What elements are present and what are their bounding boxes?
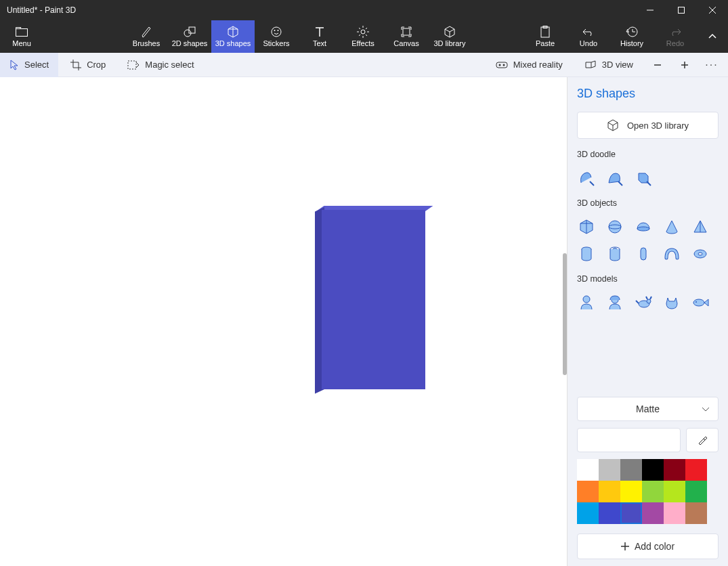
minimize-button[interactable] [635,0,666,20]
color-swatch[interactable] [685,502,707,524]
color-swatch[interactable] [620,459,642,481]
color-swatch[interactable] [642,502,664,524]
library3d-icon [444,26,456,38]
color-swatch[interactable] [599,459,620,481]
main-area: 3D shapes Open 3D library 3D doodle 3D o… [0,77,728,566]
model-fish[interactable] [691,293,710,312]
ribbon-brushes[interactable]: Brushes [125,20,168,53]
open-3d-library-button[interactable]: Open 3D library [577,112,719,139]
mixed-reality-icon [496,60,508,70]
object-shapes [577,217,719,263]
object-curved[interactable] [662,244,681,263]
model-woman[interactable] [605,293,624,312]
model-man[interactable] [577,293,596,312]
current-color-preview[interactable] [577,428,681,452]
svg-rect-1 [679,7,685,14]
svg-rect-26 [128,61,136,69]
color-swatch[interactable] [685,481,707,502]
ribbon-3d-library[interactable]: 3D library [428,20,471,53]
object-cone[interactable] [662,217,681,236]
shapes2d-icon [184,26,196,38]
object-cube[interactable] [577,217,596,236]
effects-icon [357,26,369,38]
color-swatch[interactable] [577,502,599,524]
color-swatch[interactable] [664,481,685,502]
3d-view-tool[interactable]: 3D view [575,53,643,77]
more-options-button[interactable]: ··· [700,59,724,71]
3d-cube-object[interactable] [315,206,425,389]
canvas-icon [401,26,412,38]
svg-point-8 [274,30,276,31]
maximize-button[interactable] [666,0,697,20]
canvas[interactable] [0,77,568,566]
color-swatch[interactable] [599,481,620,502]
object-sphere[interactable] [605,217,624,236]
svg-point-41 [637,227,649,231]
color-swatch[interactable] [577,481,599,502]
magic-select-tool[interactable]: Magic select [118,53,203,77]
ribbon-stickers[interactable]: Stickers [255,20,298,53]
section-3d-objects-label: 3D objects [577,198,719,208]
zoom-out-button[interactable] [645,53,670,77]
color-swatch[interactable] [664,459,685,481]
color-swatch[interactable] [577,459,599,481]
object-hemisphere[interactable] [634,217,653,236]
svg-line-22 [450,29,454,32]
svg-point-29 [502,64,505,66]
ribbon-3d-shapes[interactable]: 3D shapes [211,20,255,53]
model-cat[interactable] [662,293,681,312]
svg-point-48 [583,296,590,303]
ribbon-canvas[interactable]: Canvas [385,20,428,53]
cursor-icon [9,60,19,70]
color-swatch[interactable] [620,502,642,524]
color-swatch[interactable] [642,459,664,481]
add-color-button[interactable]: Add color [577,534,719,559]
object-pyramid[interactable] [691,217,710,236]
ribbon-undo[interactable]: Undo [567,20,610,53]
svg-point-53 [693,299,704,306]
select-tool[interactable]: Select [0,53,58,77]
zoom-in-button[interactable] [672,53,697,77]
object-donut[interactable] [691,244,710,263]
svg-line-15 [359,28,360,29]
svg-point-9 [278,30,279,31]
object-cylinder[interactable] [577,244,596,263]
color-swatch[interactable] [642,481,664,502]
svg-line-18 [359,35,360,36]
mixed-reality-tool[interactable]: Mixed reality [486,53,572,77]
ribbon-history[interactable]: History [610,20,654,53]
text-icon [315,26,324,38]
tool-strip: Select Crop Magic select Mixed reality 3… [0,53,728,77]
ribbon-paste[interactable]: Paste [523,20,567,53]
color-swatches [577,459,707,524]
object-tube[interactable] [605,244,624,263]
svg-line-16 [366,35,367,36]
doodle-sharp-edge[interactable] [605,169,624,188]
library3d-icon [607,119,619,131]
color-swatch[interactable] [685,459,707,481]
folder-icon [16,26,28,38]
crop-tool[interactable]: Crop [61,53,115,77]
color-swatch[interactable] [620,481,642,502]
svg-line-17 [366,28,367,29]
color-swatch[interactable] [599,502,620,524]
redo-icon [669,26,681,38]
ribbon-2d-shapes[interactable]: 2D shapes [168,20,211,53]
collapse-ribbon-button[interactable] [697,20,728,53]
object-capsule[interactable] [634,244,653,263]
svg-point-7 [272,27,281,37]
ribbon-text[interactable]: Text [298,20,341,53]
doodle-soft-edge[interactable] [577,169,596,188]
eyedropper-button[interactable] [686,428,719,452]
menu-button[interactable]: Menu [0,20,43,53]
model-shapes [577,293,719,312]
material-select[interactable]: Matte [577,397,719,421]
model-dog[interactable] [634,293,653,312]
doodle-tube[interactable] [634,169,653,188]
canvas-scrollbar[interactable] [563,253,567,375]
chevron-down-icon [702,404,710,414]
close-button[interactable] [697,0,728,20]
color-swatch[interactable] [664,502,685,524]
ribbon-effects[interactable]: Effects [341,20,385,53]
svg-point-54 [695,301,697,303]
